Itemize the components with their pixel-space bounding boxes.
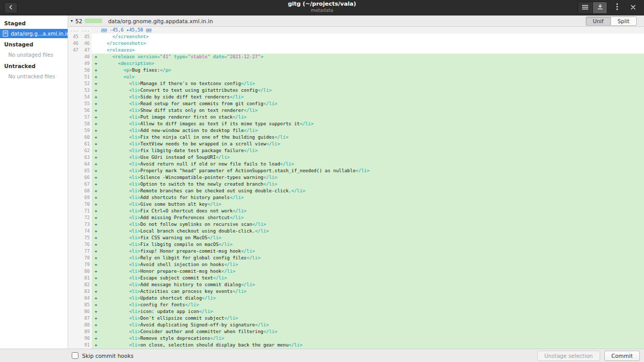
diff-line[interactable]: 78+ <li>Rely on libgit for global config… (68, 255, 644, 261)
new-line-number: 55 (81, 101, 92, 107)
menu-button[interactable] (611, 2, 623, 13)
commit-footer: Skip commit hooks Unstage selection Comm… (0, 349, 644, 362)
diff-marker: + (92, 275, 100, 282)
new-line-number: 58 (81, 121, 92, 127)
old-line-number (68, 194, 81, 201)
diff-line[interactable]: 74+ <li>Local branch checkout using doub… (68, 228, 644, 235)
diff-toolbar: ▾ 52 data/org.gnome.gitg.appdata.xml.in.… (68, 15, 644, 27)
diff-line[interactable]: 70+ <li>Give some button alt key</li> (68, 201, 644, 208)
diff-line[interactable]: 88+ <li>Avoid duplicating Signed-off-by … (68, 322, 644, 328)
diff-line[interactable]: 53+ <li>Convert to text using gitattribu… (68, 87, 644, 94)
old-line-number (68, 161, 81, 168)
staged-file-item[interactable]: data/org.g…a.xml.in.in (0, 29, 68, 38)
unified-view-button[interactable]: Unif (586, 17, 610, 26)
old-line-number (68, 54, 81, 60)
diff-line[interactable]: 79+ <li>Avoid shell injection on hooks</… (68, 261, 644, 268)
new-line-number: 87 (81, 315, 92, 322)
skip-commit-hooks-checkbox[interactable] (72, 352, 78, 359)
diff-line[interactable]: 77+ <li>fixup! Honor prepare-commit-msg … (68, 248, 644, 255)
old-line-number (68, 101, 81, 107)
diff-line[interactable]: 84+ <li>Update shortcut dialog</li> (68, 295, 644, 302)
diff-line[interactable]: 86+ <li>icon: update app icon</li> (68, 308, 644, 315)
diff-stat-bar (85, 19, 102, 23)
diff-line[interactable]: 90+ <li>Remove style deprecations</li> (68, 335, 644, 342)
diff-line[interactable]: 73+ <li>Do not follow symlinks on recurs… (68, 221, 644, 228)
diff-code: <li>Manage if there's no textconv config… (100, 80, 644, 87)
diff-line[interactable]: 51+ <ul> (68, 74, 644, 80)
untracked-empty-label: No untracked files (0, 72, 68, 81)
diff-code: <li>Put image renderer first on stack</l… (100, 114, 644, 121)
diff-line[interactable]: 66+ <li>Silence -Wincompatible-pointer-t… (68, 174, 644, 181)
new-line-number: 50 (81, 67, 92, 74)
diff-marker: + (92, 74, 100, 80)
diff-line[interactable]: 72+ <li>Add missing Preferences shortcut… (68, 215, 644, 221)
diff-line[interactable]: 60+ <li>Fix the ninja call in one of the… (68, 134, 644, 141)
diff-code: <releases> (100, 47, 644, 54)
back-button[interactable] (4, 2, 18, 13)
skip-commit-hooks[interactable]: Skip commit hooks (72, 352, 134, 359)
diff-line[interactable]: 71+ <li>Fix Ctrl+O shortcut does not wor… (68, 208, 644, 215)
diff-line[interactable]: 76+ <li>Fix libgitg compile on macOS</li… (68, 241, 644, 248)
diff-line[interactable]: 57+ <li>Put image renderer first on stac… (68, 114, 644, 121)
diff-line[interactable]: 85+ <li>config for fonts</li> (68, 302, 644, 308)
old-line-number: ... (68, 27, 81, 34)
list-view-button[interactable] (578, 2, 592, 13)
new-line-number: 64 (81, 161, 92, 168)
diff-line[interactable]: 4747 <releases> (68, 47, 644, 54)
old-line-number (68, 241, 81, 248)
old-line-number (68, 174, 81, 181)
diff-line[interactable]: 75+ <li>fix CSS warning on MacOS</li> (68, 235, 644, 241)
diff-line[interactable]: 58+ <li>Allow to diff images as text if … (68, 121, 644, 127)
diff-line[interactable]: 56+ <li>Show diff stats only on text ren… (68, 107, 644, 114)
new-line-number: 90 (81, 335, 92, 342)
diff-line[interactable]: 62+ <li>fix libgitg-date test package fa… (68, 147, 644, 154)
diff-marker: + (92, 121, 100, 127)
diff-line[interactable]: 87+ <li>Don't ellipsize commit subject</… (68, 315, 644, 322)
diff-line[interactable]: 4545 </screenshot> (68, 34, 644, 40)
diff-line[interactable]: 4646 </screenshots> (68, 40, 644, 47)
diff-line[interactable]: 83+ <li>Activities can process key event… (68, 288, 644, 295)
diff-code: <li>Add missing Preferences shortcut</li… (100, 215, 644, 221)
commit-button[interactable]: Commit (604, 351, 640, 361)
diff-line[interactable]: 89+ <li>Consider author and committer wh… (68, 328, 644, 335)
diff-line[interactable]: 82+ <li>Add message history to commit di… (68, 282, 644, 288)
diff-line[interactable]: 65+ <li>Properly mark "head" parameter o… (68, 168, 644, 174)
new-line-number: 60 (81, 134, 92, 141)
staged-file-name: data/org.g…a.xml.in.in (11, 31, 68, 37)
diff-line[interactable]: 59+ <li>Add new-window action to desktop… (68, 127, 644, 134)
diff-line[interactable]: 80+ <li>Honor prepare-commit-msg hook</l… (68, 268, 644, 275)
diff-line[interactable]: 69+ <li>Add shortcuts for history panels… (68, 194, 644, 201)
new-line-number: 71 (81, 208, 92, 215)
new-line-number: 91 (81, 342, 92, 349)
diff-line[interactable]: 61+ <li>TextView needs to be wrapped in … (68, 141, 644, 147)
diff-marker: + (92, 174, 100, 181)
diff-line[interactable]: 64+ <li>Avoid return null if old or new … (68, 161, 644, 168)
diff-stat-expander[interactable]: ▾ 52 (68, 18, 102, 24)
diff-hunk-header[interactable]: ......@@ -45,6 +45,58 @@ (68, 27, 644, 34)
diff-line[interactable]: 48+ <release version="41" type="stable" … (68, 54, 644, 60)
new-line-number: 57 (81, 114, 92, 121)
diff-line[interactable]: 50+ <p>Bug fixes:</p> (68, 67, 644, 74)
unstage-selection-button[interactable]: Unstage selection (537, 351, 600, 361)
diff-marker: + (92, 101, 100, 107)
diff-line[interactable]: 55+ <li>Read setup for smart commits fro… (68, 101, 644, 107)
diff-code: <li>Avoid return null if old or new file… (100, 161, 644, 168)
diff-line[interactable]: 81+ <li>Escape subject commit text</li> (68, 275, 644, 282)
diff-line[interactable]: 67+ <li>Option to switch to the newly cr… (68, 181, 644, 188)
diff-marker: + (92, 134, 100, 141)
diff-line[interactable]: 49+ <description> (68, 60, 644, 67)
diff-line[interactable]: 68+ <li>Remote branches can be checked o… (68, 188, 644, 194)
diff-line[interactable]: 91+ <li>on close, selection should displ… (68, 342, 644, 349)
split-view-button[interactable]: Split (610, 17, 637, 26)
diff-code: <li>Use GUri instead of SoupURI</li> (100, 154, 644, 161)
diff-line[interactable]: 52+ <li>Manage if there's no textconv co… (68, 80, 644, 87)
diff-marker: + (92, 127, 100, 134)
window-subtitle: metadata (288, 8, 356, 13)
diff-line[interactable]: 54+ <li>Side by side diff text renderers… (68, 94, 644, 101)
diff-line[interactable]: 63+ <li>Use GUri instead of SoupURI</li> (68, 154, 644, 161)
modified-file-icon (3, 30, 8, 37)
old-line-number (68, 288, 81, 295)
close-button[interactable] (627, 2, 639, 13)
new-line-number: 47 (81, 47, 92, 54)
download-view-button[interactable] (592, 2, 607, 13)
